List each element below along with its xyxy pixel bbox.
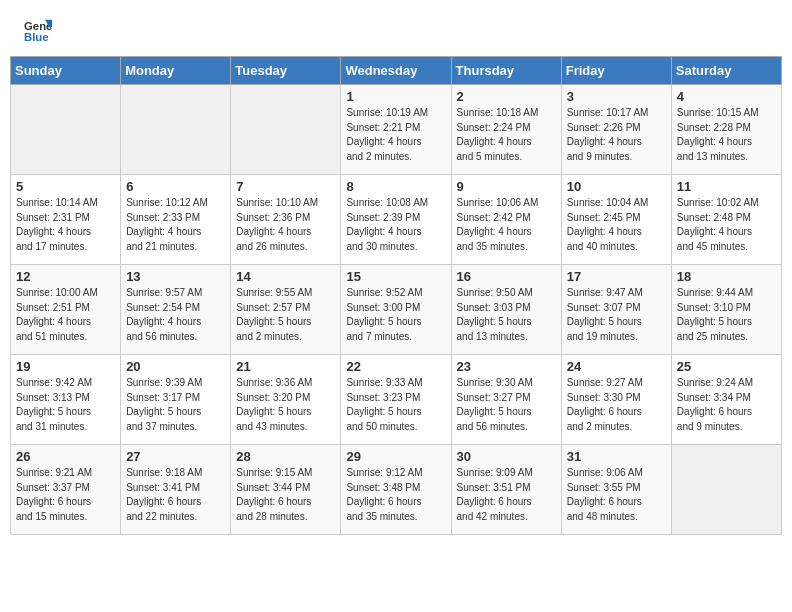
logo-icon: General Blue	[24, 18, 52, 46]
day-info: Sunrise: 9:47 AM Sunset: 3:07 PM Dayligh…	[567, 286, 666, 344]
calendar-cell: 11Sunrise: 10:02 AM Sunset: 2:48 PM Dayl…	[671, 175, 781, 265]
calendar-week-row: 26Sunrise: 9:21 AM Sunset: 3:37 PM Dayli…	[11, 445, 782, 535]
day-number: 31	[567, 449, 666, 464]
calendar-cell: 31Sunrise: 9:06 AM Sunset: 3:55 PM Dayli…	[561, 445, 671, 535]
weekday-header: Sunday	[11, 57, 121, 85]
calendar-week-row: 12Sunrise: 10:00 AM Sunset: 2:51 PM Dayl…	[11, 265, 782, 355]
calendar-cell: 15Sunrise: 9:52 AM Sunset: 3:00 PM Dayli…	[341, 265, 451, 355]
calendar-cell: 28Sunrise: 9:15 AM Sunset: 3:44 PM Dayli…	[231, 445, 341, 535]
day-info: Sunrise: 9:55 AM Sunset: 2:57 PM Dayligh…	[236, 286, 335, 344]
day-number: 14	[236, 269, 335, 284]
calendar-cell: 16Sunrise: 9:50 AM Sunset: 3:03 PM Dayli…	[451, 265, 561, 355]
day-number: 2	[457, 89, 556, 104]
day-number: 13	[126, 269, 225, 284]
calendar-cell: 18Sunrise: 9:44 AM Sunset: 3:10 PM Dayli…	[671, 265, 781, 355]
day-info: Sunrise: 10:00 AM Sunset: 2:51 PM Daylig…	[16, 286, 115, 344]
day-number: 22	[346, 359, 445, 374]
day-info: Sunrise: 9:52 AM Sunset: 3:00 PM Dayligh…	[346, 286, 445, 344]
day-number: 8	[346, 179, 445, 194]
calendar-cell	[671, 445, 781, 535]
day-number: 3	[567, 89, 666, 104]
weekday-header: Monday	[121, 57, 231, 85]
day-number: 27	[126, 449, 225, 464]
calendar-cell: 4Sunrise: 10:15 AM Sunset: 2:28 PM Dayli…	[671, 85, 781, 175]
day-info: Sunrise: 10:14 AM Sunset: 2:31 PM Daylig…	[16, 196, 115, 254]
day-info: Sunrise: 10:08 AM Sunset: 2:39 PM Daylig…	[346, 196, 445, 254]
calendar-cell: 23Sunrise: 9:30 AM Sunset: 3:27 PM Dayli…	[451, 355, 561, 445]
day-info: Sunrise: 9:15 AM Sunset: 3:44 PM Dayligh…	[236, 466, 335, 524]
day-number: 25	[677, 359, 776, 374]
calendar-cell: 5Sunrise: 10:14 AM Sunset: 2:31 PM Dayli…	[11, 175, 121, 265]
day-number: 18	[677, 269, 776, 284]
calendar-cell: 13Sunrise: 9:57 AM Sunset: 2:54 PM Dayli…	[121, 265, 231, 355]
day-number: 4	[677, 89, 776, 104]
day-info: Sunrise: 9:30 AM Sunset: 3:27 PM Dayligh…	[457, 376, 556, 434]
calendar-cell: 20Sunrise: 9:39 AM Sunset: 3:17 PM Dayli…	[121, 355, 231, 445]
day-info: Sunrise: 9:39 AM Sunset: 3:17 PM Dayligh…	[126, 376, 225, 434]
calendar-cell: 9Sunrise: 10:06 AM Sunset: 2:42 PM Dayli…	[451, 175, 561, 265]
day-number: 15	[346, 269, 445, 284]
calendar-cell	[231, 85, 341, 175]
calendar-cell: 19Sunrise: 9:42 AM Sunset: 3:13 PM Dayli…	[11, 355, 121, 445]
calendar-table: SundayMondayTuesdayWednesdayThursdayFrid…	[10, 56, 782, 535]
day-info: Sunrise: 9:12 AM Sunset: 3:48 PM Dayligh…	[346, 466, 445, 524]
calendar-week-row: 19Sunrise: 9:42 AM Sunset: 3:13 PM Dayli…	[11, 355, 782, 445]
day-info: Sunrise: 9:21 AM Sunset: 3:37 PM Dayligh…	[16, 466, 115, 524]
day-info: Sunrise: 9:36 AM Sunset: 3:20 PM Dayligh…	[236, 376, 335, 434]
calendar-cell: 26Sunrise: 9:21 AM Sunset: 3:37 PM Dayli…	[11, 445, 121, 535]
day-info: Sunrise: 9:42 AM Sunset: 3:13 PM Dayligh…	[16, 376, 115, 434]
weekday-header: Friday	[561, 57, 671, 85]
weekday-header: Saturday	[671, 57, 781, 85]
day-info: Sunrise: 9:18 AM Sunset: 3:41 PM Dayligh…	[126, 466, 225, 524]
day-info: Sunrise: 10:15 AM Sunset: 2:28 PM Daylig…	[677, 106, 776, 164]
calendar-header: SundayMondayTuesdayWednesdayThursdayFrid…	[11, 57, 782, 85]
day-number: 21	[236, 359, 335, 374]
svg-text:Blue: Blue	[24, 31, 49, 43]
weekday-header: Wednesday	[341, 57, 451, 85]
day-number: 6	[126, 179, 225, 194]
calendar-cell: 25Sunrise: 9:24 AM Sunset: 3:34 PM Dayli…	[671, 355, 781, 445]
day-number: 19	[16, 359, 115, 374]
calendar-week-row: 1Sunrise: 10:19 AM Sunset: 2:21 PM Dayli…	[11, 85, 782, 175]
calendar-cell: 2Sunrise: 10:18 AM Sunset: 2:24 PM Dayli…	[451, 85, 561, 175]
day-number: 28	[236, 449, 335, 464]
day-info: Sunrise: 10:12 AM Sunset: 2:33 PM Daylig…	[126, 196, 225, 254]
day-info: Sunrise: 9:33 AM Sunset: 3:23 PM Dayligh…	[346, 376, 445, 434]
calendar-cell: 10Sunrise: 10:04 AM Sunset: 2:45 PM Dayl…	[561, 175, 671, 265]
calendar-week-row: 5Sunrise: 10:14 AM Sunset: 2:31 PM Dayli…	[11, 175, 782, 265]
day-info: Sunrise: 10:18 AM Sunset: 2:24 PM Daylig…	[457, 106, 556, 164]
day-info: Sunrise: 10:10 AM Sunset: 2:36 PM Daylig…	[236, 196, 335, 254]
calendar-cell	[121, 85, 231, 175]
day-number: 20	[126, 359, 225, 374]
day-number: 26	[16, 449, 115, 464]
calendar-cell: 14Sunrise: 9:55 AM Sunset: 2:57 PM Dayli…	[231, 265, 341, 355]
day-info: Sunrise: 9:57 AM Sunset: 2:54 PM Dayligh…	[126, 286, 225, 344]
calendar-cell: 8Sunrise: 10:08 AM Sunset: 2:39 PM Dayli…	[341, 175, 451, 265]
day-number: 7	[236, 179, 335, 194]
day-number: 12	[16, 269, 115, 284]
day-info: Sunrise: 9:27 AM Sunset: 3:30 PM Dayligh…	[567, 376, 666, 434]
day-info: Sunrise: 10:04 AM Sunset: 2:45 PM Daylig…	[567, 196, 666, 254]
day-number: 1	[346, 89, 445, 104]
day-info: Sunrise: 10:02 AM Sunset: 2:48 PM Daylig…	[677, 196, 776, 254]
day-info: Sunrise: 10:06 AM Sunset: 2:42 PM Daylig…	[457, 196, 556, 254]
day-number: 30	[457, 449, 556, 464]
calendar-cell: 7Sunrise: 10:10 AM Sunset: 2:36 PM Dayli…	[231, 175, 341, 265]
day-info: Sunrise: 9:44 AM Sunset: 3:10 PM Dayligh…	[677, 286, 776, 344]
calendar-cell: 27Sunrise: 9:18 AM Sunset: 3:41 PM Dayli…	[121, 445, 231, 535]
weekday-header: Tuesday	[231, 57, 341, 85]
day-info: Sunrise: 9:24 AM Sunset: 3:34 PM Dayligh…	[677, 376, 776, 434]
calendar-cell: 24Sunrise: 9:27 AM Sunset: 3:30 PM Dayli…	[561, 355, 671, 445]
day-info: Sunrise: 10:19 AM Sunset: 2:21 PM Daylig…	[346, 106, 445, 164]
day-number: 9	[457, 179, 556, 194]
day-info: Sunrise: 9:09 AM Sunset: 3:51 PM Dayligh…	[457, 466, 556, 524]
calendar-cell: 1Sunrise: 10:19 AM Sunset: 2:21 PM Dayli…	[341, 85, 451, 175]
calendar-cell: 29Sunrise: 9:12 AM Sunset: 3:48 PM Dayli…	[341, 445, 451, 535]
header: General Blue	[0, 0, 792, 56]
calendar-cell: 17Sunrise: 9:47 AM Sunset: 3:07 PM Dayli…	[561, 265, 671, 355]
day-number: 29	[346, 449, 445, 464]
logo: General Blue	[24, 18, 56, 46]
day-number: 23	[457, 359, 556, 374]
calendar-wrap: SundayMondayTuesdayWednesdayThursdayFrid…	[0, 56, 792, 545]
calendar-cell: 30Sunrise: 9:09 AM Sunset: 3:51 PM Dayli…	[451, 445, 561, 535]
